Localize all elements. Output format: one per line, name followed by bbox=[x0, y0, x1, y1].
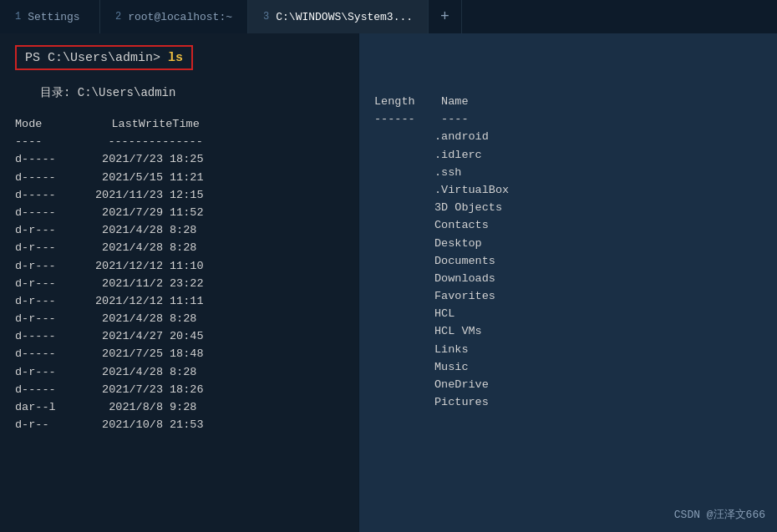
list-item: Pictures bbox=[374, 393, 762, 411]
table-row: d-----2021/7/2911:52 bbox=[15, 204, 345, 221]
table-row: d-r---2021/4/288:28 bbox=[15, 239, 345, 256]
terminal: PS C:\Users\admin> ls 目录: C:\Users\admin… bbox=[0, 33, 777, 532]
table-row: d-r---2021/4/288:28 bbox=[15, 221, 345, 239]
list-item: HCL VMs bbox=[374, 322, 762, 340]
tab-3-label: C:\WINDOWS\System3... bbox=[276, 11, 413, 23]
list-item: 3D Objects bbox=[374, 199, 762, 216]
list-item: OneDrive bbox=[374, 376, 762, 393]
tab-add-button[interactable]: + bbox=[429, 0, 462, 33]
tab-1[interactable]: 1 Settings bbox=[0, 0, 100, 33]
lwt-header: LastWriteTime bbox=[89, 115, 222, 133]
right-pane: Length Name ------ ---- .android .idlerc… bbox=[359, 33, 777, 532]
tab-1-num: 1 bbox=[15, 11, 21, 23]
table-row: d-r---2021/12/1211:11 bbox=[15, 292, 345, 310]
right-sep-row: ------ ---- bbox=[374, 110, 762, 128]
table-header-left: Mode LastWriteTime ---- -------------- d… bbox=[15, 115, 345, 433]
tab-bar: 1 Settings 2 root@localhost:~ 3 C:\WINDO… bbox=[0, 0, 777, 33]
separator-row: ---- -------------- bbox=[15, 133, 345, 150]
list-item: .VirtualBox bbox=[374, 181, 762, 199]
command-box: PS C:\Users\admin> ls bbox=[15, 45, 193, 70]
list-item: Desktop bbox=[374, 235, 762, 252]
directory-heading: 目录: C:\Users\admin bbox=[40, 85, 345, 100]
tab-3-num: 3 bbox=[263, 11, 269, 23]
table-row: d-----2021/7/2318:26 bbox=[15, 381, 345, 398]
table-row: d-r---2021/12/1211:10 bbox=[15, 257, 345, 275]
tab-2-num: 2 bbox=[115, 11, 121, 23]
mode-header: Mode bbox=[15, 115, 82, 133]
list-item: Documents bbox=[374, 252, 762, 270]
table-header-right: Length Name ------ ---- .android .idlerc… bbox=[374, 93, 762, 411]
table-row: d-----2021/11/2312:15 bbox=[15, 186, 345, 204]
tab-3[interactable]: 3 C:\WINDOWS\System3... bbox=[248, 0, 429, 33]
lwt-sep: -------------- bbox=[89, 133, 222, 150]
watermark: CSDN @汪泽文666 bbox=[674, 507, 765, 522]
content-area: PS C:\Users\admin> ls 目录: C:\Users\admin… bbox=[0, 33, 777, 532]
table-row: d-r---2021/4/288:28 bbox=[15, 310, 345, 327]
table-row: d-----2021/7/2318:25 bbox=[15, 150, 345, 168]
mode-sep: ---- bbox=[15, 133, 82, 150]
header-row: Mode LastWriteTime bbox=[15, 115, 345, 133]
prompt-text: PS C:\Users\admin> bbox=[25, 51, 160, 65]
command-ls: ls bbox=[168, 51, 183, 65]
list-item: Links bbox=[374, 341, 762, 358]
name-sep: ---- bbox=[441, 110, 468, 128]
list-item: Music bbox=[374, 358, 762, 376]
name-header: Name bbox=[441, 93, 468, 110]
table-row: d-r---2021/4/288:28 bbox=[15, 363, 345, 381]
tab-2[interactable]: 2 root@localhost:~ bbox=[100, 0, 248, 33]
list-item: Downloads bbox=[374, 270, 762, 287]
length-header: Length bbox=[374, 93, 434, 110]
right-header-row: Length Name bbox=[374, 93, 762, 110]
table-row: d-r--2021/10/821:53 bbox=[15, 416, 345, 433]
table-row: dar--l2021/8/89:28 bbox=[15, 398, 345, 416]
length-sep: ------ bbox=[374, 110, 434, 128]
table-row: d-----2021/7/2518:48 bbox=[15, 345, 345, 362]
table-row: d-----2021/4/2720:45 bbox=[15, 327, 345, 345]
tab-1-label: Settings bbox=[28, 11, 79, 23]
list-item: .android bbox=[374, 128, 762, 145]
left-pane: PS C:\Users\admin> ls 目录: C:\Users\admin… bbox=[0, 33, 359, 532]
table-row: d-----2021/5/1511:21 bbox=[15, 169, 345, 186]
tab-2-label: root@localhost:~ bbox=[128, 11, 232, 23]
list-item: .ssh bbox=[374, 164, 762, 181]
list-item: HCL bbox=[374, 305, 762, 322]
table-row: d-r---2021/11/223:22 bbox=[15, 275, 345, 292]
list-item: Favorites bbox=[374, 287, 762, 305]
list-item: Contacts bbox=[374, 216, 762, 234]
list-item: .idlerc bbox=[374, 146, 762, 164]
command-prompt: PS C:\Users\admin> ls bbox=[25, 51, 183, 65]
